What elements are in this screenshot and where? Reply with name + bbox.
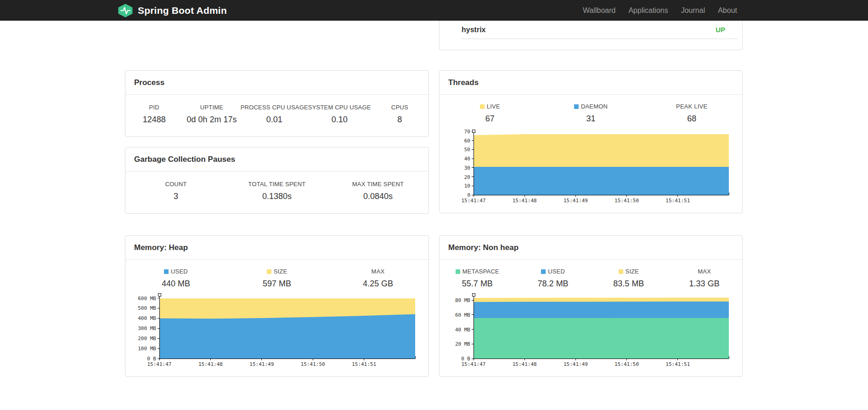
- legend-value: 83.5 MB: [591, 279, 667, 289]
- legend-item-peak-live: PEAK LIVE 68: [641, 103, 742, 124]
- panel-title: Memory: Heap: [134, 243, 188, 252]
- stat-uptime: UPTIME 0d 0h 2m 17s: [183, 104, 240, 125]
- stat-label: CPUS: [371, 104, 428, 111]
- legend-swatch: [480, 104, 485, 109]
- stat-value: 3: [125, 192, 226, 201]
- legend-label: MAX: [327, 268, 428, 275]
- svg-text:60: 60: [464, 138, 470, 144]
- svg-text:30: 30: [464, 165, 470, 171]
- legend-label-text: PEAK LIVE: [676, 103, 707, 110]
- legend-value: 31: [541, 114, 642, 124]
- legend-swatch: [574, 104, 579, 109]
- legend-item-max: MAX 1.33 GB: [666, 268, 742, 289]
- stat-count: COUNT 3: [125, 181, 226, 201]
- stat-label: UPTIME: [183, 104, 240, 111]
- svg-text:15:41:51: 15:41:51: [665, 198, 690, 204]
- panel-title: Threads: [448, 78, 479, 87]
- gc-pauses-panel: Garbage Collection Pauses COUNT 3 TOTAL …: [125, 147, 429, 214]
- application-row: hystrix UP: [462, 21, 738, 39]
- navbar-container: Spring Boot Admin Wallboard Applications…: [118, 0, 750, 21]
- legend-label: METASPACE: [440, 268, 515, 275]
- panel-title: Process: [134, 78, 164, 87]
- panel-heading: Process: [125, 71, 428, 95]
- page: Spring Boot Admin Wallboard Applications…: [0, 0, 868, 410]
- legend-value: 68: [641, 114, 742, 124]
- svg-text:40: 40: [464, 156, 470, 162]
- stat-label: PROCESS CPU USAGE: [241, 104, 308, 111]
- legend-item-max: MAX 4.25 GB: [327, 268, 428, 289]
- svg-text:40 MB: 40 MB: [455, 327, 470, 333]
- svg-text:20: 20: [464, 174, 470, 180]
- legend-label-text: LIVE: [487, 103, 500, 110]
- svg-text:15:41:50: 15:41:50: [301, 361, 325, 367]
- spring-boot-admin-logo-icon: [118, 4, 133, 17]
- svg-text:200 MB: 200 MB: [138, 336, 156, 342]
- legend-label-text: SIZE: [626, 268, 639, 275]
- legend-swatch: [541, 269, 546, 274]
- svg-text:70: 70: [464, 129, 470, 135]
- legend-label-text: DAEMON: [581, 103, 608, 110]
- svg-text:300 MB: 300 MB: [138, 325, 156, 331]
- legend-value: 597 MB: [226, 279, 327, 289]
- panel-heading: Memory: Heap: [125, 236, 428, 260]
- legend-value: 1.33 GB: [666, 279, 742, 289]
- svg-text:60 MB: 60 MB: [455, 312, 470, 318]
- application-link-hystrix[interactable]: hystrix: [462, 26, 485, 34]
- nav-item-applications[interactable]: Applications: [622, 0, 674, 21]
- svg-text:400 MB: 400 MB: [138, 315, 156, 321]
- svg-text:15:41:49: 15:41:49: [564, 198, 588, 204]
- legend-item-size: SIZE 83.5 MB: [591, 268, 667, 289]
- legend-value: 55.7 MB: [440, 279, 515, 289]
- svg-text:50: 50: [464, 147, 470, 153]
- legend-swatch: [267, 269, 271, 274]
- svg-text:80 MB: 80 MB: [455, 297, 470, 303]
- status-badge: UP: [716, 26, 725, 34]
- nav-item-wallboard[interactable]: Wallboard: [576, 0, 622, 21]
- legend-value: 67: [440, 114, 541, 124]
- stat-cpus: CPUS 8: [371, 104, 428, 125]
- legend-label: USED: [515, 268, 591, 275]
- stat-label: SYSTEM CPU USAGE: [308, 104, 371, 111]
- stat-value: 12488: [125, 115, 183, 125]
- panel-title: Garbage Collection Pauses: [134, 155, 235, 164]
- svg-text:15:41:49: 15:41:49: [249, 361, 274, 367]
- legend-item-live: LIVE 67: [440, 103, 541, 124]
- legend-label-text: METASPACE: [462, 268, 499, 275]
- legend-swatch: [164, 269, 169, 274]
- stat-label: TOTAL TIME SPENT: [226, 181, 327, 188]
- stat-value: 0d 0h 2m 17s: [183, 115, 240, 125]
- panel-heading: Garbage Collection Pauses: [125, 148, 428, 171]
- stat-value: 0.10: [308, 115, 371, 125]
- nav-item-about[interactable]: About: [711, 0, 744, 21]
- svg-text:15:41:47: 15:41:47: [147, 361, 172, 367]
- heap-legend: USED 440 MB SIZE 597 MB MAX 4.25 GB: [125, 268, 428, 289]
- stat-label: MAX TIME SPENT: [327, 181, 428, 188]
- brand-link[interactable]: Spring Boot Admin: [118, 4, 227, 17]
- process-stats: PID 12488 UPTIME 0d 0h 2m 17s PROCESS CP…: [125, 95, 428, 125]
- stat-pid: PID 12488: [125, 104, 183, 125]
- svg-text:100 MB: 100 MB: [138, 346, 156, 352]
- legend-label-text: SIZE: [274, 268, 287, 275]
- svg-text:15:41:47: 15:41:47: [462, 361, 486, 367]
- legend-value: 78.2 MB: [515, 279, 591, 289]
- stat-value: 8: [371, 115, 428, 125]
- stat-value: 0.0840s: [327, 192, 428, 201]
- svg-text:15:41:50: 15:41:50: [614, 361, 639, 367]
- svg-text:15:41:47: 15:41:47: [462, 198, 486, 204]
- stat-value: 0.01: [241, 115, 308, 125]
- legend-label: SIZE: [591, 268, 667, 275]
- nav-item-journal[interactable]: Journal: [675, 0, 711, 21]
- brand-title: Spring Boot Admin: [138, 5, 227, 16]
- svg-text:20 MB: 20 MB: [455, 341, 470, 347]
- legend-label: USED: [125, 268, 226, 275]
- applications-status-panel: hystrix UP: [439, 21, 743, 50]
- legend-label: MAX: [666, 268, 742, 275]
- nonheap-legend: METASPACE 55.7 MB USED 78.2 MB SIZE 83.5…: [440, 268, 742, 289]
- svg-text:15:41:51: 15:41:51: [665, 361, 690, 367]
- legend-value: 440 MB: [125, 279, 226, 289]
- svg-text:15:41:51: 15:41:51: [352, 361, 376, 367]
- legend-item-used: USED 440 MB: [125, 268, 226, 289]
- stat-label: PID: [125, 104, 183, 111]
- svg-text:15:41:48: 15:41:48: [513, 361, 537, 367]
- legend-item-metaspace: METASPACE 55.7 MB: [440, 268, 515, 289]
